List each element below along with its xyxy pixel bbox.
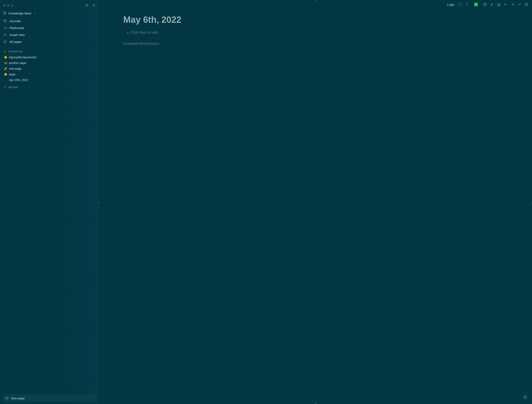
calendar-toolbar-button[interactable]: [482, 2, 488, 7]
calendar-icon: [3, 19, 7, 23]
calendar-icon: [483, 3, 487, 6]
arrow-right-icon: [511, 3, 514, 6]
svg-point-21: [467, 4, 467, 5]
nav-journals[interactable]: Journals: [1, 18, 97, 24]
favorites-header[interactable]: FAVORITES: [0, 47, 99, 54]
database-icon: [3, 11, 6, 15]
block-editor-placeholder[interactable]: Click here to edit...: [131, 30, 161, 35]
window-resize-notch-icon[interactable]: [315, 403, 316, 404]
svg-point-30: [519, 4, 520, 5]
favorite-item-label: new page: [9, 67, 22, 70]
repo-name: Knowledge Base: [8, 12, 32, 15]
nav-back-button[interactable]: [503, 2, 508, 7]
plus-circle-icon: [5, 396, 8, 400]
help-icon: ?: [524, 396, 526, 399]
traffic-close-icon[interactable]: [3, 4, 5, 7]
window-traffic-lights[interactable]: [3, 4, 13, 7]
graph-icon: [3, 33, 7, 37]
svg-point-22: [467, 5, 467, 6]
dots-horizontal-icon: [518, 3, 521, 6]
svg-line-4: [95, 6, 95, 7]
journal-title[interactable]: May 6th, 2022: [123, 15, 277, 25]
login-button[interactable]: Login: [445, 2, 456, 7]
page-emoji-icon: 🦋: [4, 61, 7, 65]
home-icon: [497, 3, 500, 6]
svg-line-14: [5, 34, 6, 35]
favorite-item-label: Apr 25th, 2022: [9, 78, 28, 82]
pages-icon: [3, 40, 7, 43]
toggle-sidebar-button[interactable]: [85, 3, 89, 8]
favorite-item[interactable]: Apr 25th, 2022: [1, 77, 97, 83]
favorites-list: 🐥 logseq/dev/javascript 🦋 another page 🚀…: [0, 54, 99, 83]
plugin-indicator-button[interactable]: [473, 2, 479, 7]
nav-graph-label: Graph view: [9, 33, 25, 37]
nav-flashcards[interactable]: Flashcards: [1, 24, 97, 31]
recent-header[interactable]: RECENT: [0, 83, 99, 90]
svg-point-20: [467, 3, 467, 4]
svg-point-29: [518, 4, 519, 5]
help-button[interactable]: ?: [522, 394, 528, 400]
search-button[interactable]: [91, 3, 96, 8]
new-page-button[interactable]: New page: [2, 394, 97, 402]
caret-down-icon: [33, 12, 36, 14]
pencil-icon: [490, 3, 494, 6]
favorites-header-label: FAVORITES: [8, 50, 23, 53]
favorite-item[interactable]: 🐥 logseq/dev/javascript: [1, 54, 97, 60]
expand-icon: [458, 3, 462, 6]
page-emoji-icon: 🐥: [4, 56, 7, 59]
nav-flashcards-label: Flashcards: [9, 26, 24, 30]
traffic-zoom-icon[interactable]: [11, 4, 13, 7]
svg-point-5: [3, 12, 6, 13]
window-resize-notch-icon[interactable]: [315, 0, 316, 1]
nav-all-pages[interactable]: All pages: [1, 38, 97, 45]
nav-forward-button[interactable]: [510, 2, 515, 7]
favorite-item-label: logseq/dev/javascript: [9, 56, 36, 59]
nav-journals-label: Journals: [9, 19, 21, 23]
page-emoji-icon: 🚀: [4, 67, 7, 70]
main-area: Login: [99, 0, 532, 404]
sidebar-nav: Journals Flashcards Graph view All pages: [0, 17, 99, 47]
svg-point-10: [5, 33, 6, 34]
arrow-left-icon: [504, 3, 507, 6]
page-emoji-icon: 🐥: [4, 73, 7, 76]
block-row[interactable]: Click here to edit...: [123, 30, 277, 35]
fullscreen-button[interactable]: [457, 2, 463, 7]
dots-vertical-icon: [465, 3, 469, 6]
svg-rect-6: [4, 20, 6, 22]
block-bullet-icon[interactable]: [127, 33, 128, 34]
favorite-item-label: another page: [9, 61, 26, 65]
traffic-minimize-icon[interactable]: [7, 4, 9, 7]
sidebar-topbar: [0, 0, 99, 10]
svg-point-11: [4, 35, 4, 36]
more-menu-button[interactable]: [517, 2, 522, 7]
favorite-item-label: page: [9, 73, 15, 76]
nav-all-pages-label: All pages: [9, 40, 22, 43]
favorite-item[interactable]: 🚀 new page: [1, 66, 97, 72]
app-root: Knowledge Base Journals Flashcards Graph…: [0, 0, 532, 404]
star-icon: [3, 50, 6, 53]
svg-point-3: [93, 4, 95, 6]
plugin-status-icon: [474, 3, 478, 6]
menu-icon: [85, 3, 89, 7]
home-button[interactable]: [496, 2, 502, 7]
new-page-label: New page: [11, 397, 25, 400]
favorite-item[interactable]: 🐥 page: [1, 72, 97, 77]
repo-selector[interactable]: Knowledge Base: [0, 10, 99, 17]
infinity-icon: [3, 26, 7, 30]
svg-point-12: [6, 35, 6, 36]
more-menu-left-button[interactable]: [464, 2, 470, 7]
history-icon: [3, 86, 6, 89]
right-sidebar-toggle-button[interactable]: [524, 2, 529, 7]
svg-rect-23: [484, 3, 486, 6]
panel-right-icon: [525, 3, 528, 6]
svg-point-31: [520, 4, 521, 5]
search-icon: [92, 3, 96, 7]
edit-toolbar-button[interactable]: [489, 2, 495, 7]
svg-rect-32: [525, 3, 527, 6]
top-toolbar: Login: [99, 0, 532, 9]
unlinked-references-toggle[interactable]: Unlinked References: [123, 42, 277, 46]
svg-line-13: [4, 34, 5, 35]
nav-graph-view[interactable]: Graph view: [1, 31, 97, 38]
content-scroll[interactable]: May 6th, 2022 Click here to edit... Unli…: [99, 9, 532, 404]
favorite-item[interactable]: 🦋 another page: [1, 60, 97, 66]
